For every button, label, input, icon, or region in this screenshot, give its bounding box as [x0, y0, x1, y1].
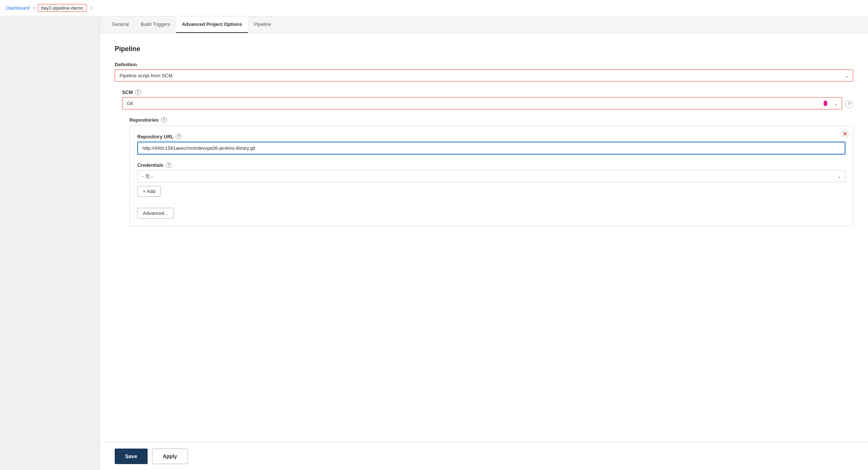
scm-label: SCM ? — [122, 89, 853, 95]
section-title: Pipeline — [115, 45, 853, 53]
credentials-label: Credentials ? — [137, 162, 845, 168]
definition-group: Definition Pipeline script from SCM ⌄ — [115, 62, 853, 82]
tab-general[interactable]: General — [106, 16, 135, 33]
scm-outer-help-icon[interactable]: ? — [845, 100, 853, 108]
advanced-button[interactable]: Advanced... — [137, 208, 174, 219]
apply-button[interactable]: Apply — [152, 449, 188, 464]
scm-help-icon[interactable]: ? — [135, 89, 141, 95]
left-sidebar — [0, 16, 100, 470]
definition-label: Definition — [115, 62, 853, 67]
tabs-bar: General Build Triggers Advanced Project … — [100, 16, 868, 33]
tab-build-triggers[interactable]: Build Triggers — [135, 16, 176, 33]
footer-bar: Save Apply — [100, 442, 868, 470]
breadcrumb-pipeline[interactable]: day2-pipeline-demo — [38, 4, 87, 12]
breadcrumb-sep-1 — [32, 6, 35, 9]
scm-group: SCM ? Git ⌄ — [122, 89, 853, 109]
credentials-select-wrapper: - 无 - ⌄ — [137, 170, 845, 182]
content-area: General Build Triggers Advanced Project … — [100, 16, 868, 470]
scm-select-inner: Git ⌄ — [122, 97, 842, 109]
save-button[interactable]: Save — [115, 449, 148, 464]
breadcrumb-bar: Dashboard day2-pipeline-demo — [0, 0, 868, 16]
pink-dot-bottom — [824, 102, 827, 106]
repo-url-label: Repository URL ? — [137, 133, 845, 139]
breadcrumb-dashboard[interactable]: Dashboard — [6, 5, 30, 11]
repo-url-input[interactable] — [137, 142, 845, 155]
repo-url-help-icon[interactable]: ? — [176, 133, 182, 139]
scm-section: SCM ? Git ⌄ — [122, 89, 853, 226]
repo-box: ✕ Repository URL ? Creden — [129, 126, 853, 226]
tab-pipeline[interactable]: Pipeline — [248, 16, 277, 33]
scm-select[interactable]: Git — [122, 97, 842, 109]
main-layout: General Build Triggers Advanced Project … — [0, 16, 868, 470]
credentials-group: Credentials ? - 无 - ⌄ + Add — [137, 162, 845, 197]
scm-select-wrapper: Git ⌄ — [122, 97, 842, 109]
form-content: Pipeline Definition Pipeline script from… — [100, 33, 868, 442]
definition-select[interactable]: Pipeline script from SCM — [115, 70, 853, 82]
tab-advanced-project-options[interactable]: Advanced Project Options — [176, 16, 248, 33]
breadcrumb-sep-2 — [89, 6, 92, 9]
repositories-section: Repositories ? ✕ Repository URL ? — [129, 117, 853, 226]
credentials-help-icon[interactable]: ? — [166, 162, 172, 168]
credentials-select[interactable]: - 无 - — [137, 170, 845, 182]
scm-row: Git ⌄ ? — [122, 97, 853, 109]
repo-url-group: Repository URL ? — [137, 133, 845, 155]
add-credentials-button[interactable]: + Add — [137, 186, 161, 197]
definition-select-wrapper: Pipeline script from SCM ⌄ — [115, 70, 853, 82]
repositories-label: Repositories ? — [129, 117, 853, 123]
repositories-help-icon[interactable]: ? — [161, 117, 167, 123]
repo-close-button[interactable]: ✕ — [841, 130, 849, 138]
